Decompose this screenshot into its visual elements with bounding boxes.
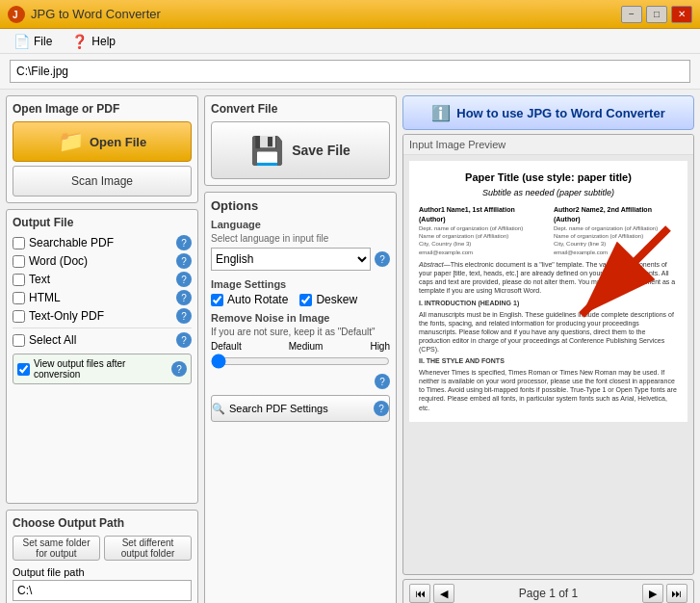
auto-rotate-label: Auto Rotate	[227, 293, 288, 306]
search-pdf-help[interactable]: ?	[374, 401, 389, 416]
paper-subtitle: Subtitle as needed (paper subtitle)	[419, 187, 678, 199]
page-nav-next-group: ▶ ⏭	[642, 584, 687, 603]
path-bar	[0, 54, 700, 90]
paper-title: Paper Title (use style: paper title)	[419, 170, 678, 185]
language-select[interactable]: English French German Spanish	[211, 248, 371, 271]
text-only-pdf-checkbox[interactable]	[13, 310, 25, 323]
prev-page-button[interactable]: ◀	[433, 584, 454, 603]
remove-noise-title: Remove Noise in Image	[211, 312, 390, 324]
select-all-help[interactable]: ?	[176, 332, 192, 348]
middle-panel: Convert File 💾 Save File Options Languag…	[204, 95, 397, 603]
deskew-label: Deskew	[316, 293, 357, 306]
text-help[interactable]: ?	[176, 272, 192, 287]
output-path-section: Choose Output Path Set same folder for o…	[6, 510, 198, 603]
menu-help[interactable]: ❓ Help	[64, 32, 123, 51]
first-page-button[interactable]: ⏮	[409, 584, 430, 603]
right-panel: ℹ️ How to use JPG to Word Converter Inpu…	[402, 95, 694, 603]
word-doc-label: Word (Doc)	[29, 254, 88, 268]
title-bar-left: J JPG to Word Converter	[8, 6, 161, 23]
language-desc: Select language in input file	[211, 233, 390, 244]
author-left: Author1 Name1, 1st Affiliation (Author) …	[419, 205, 543, 256]
noise-slider[interactable]	[211, 354, 390, 369]
left-panel: Open Image or PDF 📁 Open File Scan Image…	[6, 95, 198, 603]
next-page-button[interactable]: ▶	[642, 584, 663, 603]
text-only-pdf-row: Text-Only PDF ?	[13, 308, 192, 324]
options-title: Options	[211, 198, 390, 213]
word-doc-checkbox[interactable]	[13, 255, 25, 268]
language-title: Language	[211, 219, 390, 230]
options-section: Options Language Select language in inpu…	[204, 192, 397, 603]
scan-image-button[interactable]: Scan Image	[13, 166, 192, 197]
different-folder-button[interactable]: Set different output folder	[104, 536, 192, 561]
info-icon: ℹ️	[431, 104, 451, 122]
text-only-pdf-help[interactable]: ?	[176, 308, 192, 324]
language-row: English French German Spanish ?	[211, 248, 390, 271]
same-folder-button[interactable]: Set same folder for output	[13, 536, 100, 561]
select-all-label: Select All	[29, 333, 76, 347]
searchable-pdf-row: Searchable PDF ?	[13, 235, 192, 250]
menu-file[interactable]: 📄 File	[6, 32, 60, 51]
auto-rotate-checkbox[interactable]	[211, 294, 223, 306]
app-icon: J	[8, 6, 25, 23]
view-output-help[interactable]: ?	[171, 361, 187, 377]
close-button[interactable]: ✕	[671, 6, 692, 23]
how-to-button[interactable]: ℹ️ How to use JPG to Word Converter	[402, 95, 694, 130]
select-all-row: Select All ?	[13, 328, 192, 348]
restore-button[interactable]: □	[646, 6, 667, 23]
remove-noise-desc: If you are not sure, keep it as "Default…	[211, 327, 390, 337]
convert-title: Convert File	[211, 102, 390, 116]
output-file-section: Output File Searchable PDF ? Word (Doc) …	[6, 209, 198, 504]
text-only-pdf-label: Text-Only PDF	[29, 309, 104, 323]
convert-section: Convert File 💾 Save File	[204, 95, 397, 186]
window-controls: − □ ✕	[621, 6, 692, 23]
select-all-checkbox[interactable]	[13, 334, 25, 347]
menu-bar: 📄 File ❓ Help	[0, 29, 700, 54]
html-help[interactable]: ?	[176, 290, 192, 305]
minimize-button[interactable]: −	[621, 6, 642, 23]
language-help[interactable]: ?	[375, 251, 390, 267]
html-checkbox[interactable]	[13, 292, 25, 304]
html-row: HTML ?	[13, 290, 192, 305]
html-label: HTML	[29, 291, 61, 304]
page-info: Page 1 of 1	[519, 587, 578, 600]
open-image-title: Open Image or PDF	[13, 102, 192, 116]
search-icon: 🔍	[212, 403, 225, 415]
view-output-label: View output files after conversion	[34, 358, 168, 380]
searchable-pdf-label: Searchable PDF	[29, 236, 114, 249]
auto-rotate-row: Auto Rotate Deskew	[211, 293, 390, 306]
language-select-wrap: English French German Spanish	[211, 248, 371, 271]
open-file-button[interactable]: 📁 Open File	[13, 121, 192, 162]
output-path-label: Output file path	[13, 566, 192, 578]
image-settings-title: Image Settings	[211, 278, 390, 290]
word-doc-row: Word (Doc) ?	[13, 253, 192, 269]
preview-label: Input Image Preview	[403, 135, 693, 155]
svg-text:J: J	[13, 10, 18, 20]
author-right: Author2 Name2, 2nd Affiliation (Author) …	[554, 205, 678, 256]
noise-labels: Default Medium High	[211, 341, 390, 352]
searchable-pdf-checkbox[interactable]	[13, 237, 25, 249]
noise-help[interactable]: ?	[375, 374, 390, 389]
output-btn-row: Set same folder for output Set different…	[13, 536, 192, 561]
preview-area: Input Image Preview Paper Title (use sty…	[402, 134, 694, 575]
word-doc-help[interactable]: ?	[176, 253, 192, 269]
text-checkbox[interactable]	[13, 274, 25, 286]
page-nav-first-group: ⏮ ◀	[409, 584, 454, 603]
search-pdf-button[interactable]: 🔍 Search PDF Settings ?	[211, 395, 390, 422]
paper-body: Abstract—This electronic document is a "…	[419, 260, 678, 412]
open-image-section: Open Image or PDF 📁 Open File Scan Image	[6, 95, 198, 203]
choose-output-title: Choose Output Path	[13, 516, 192, 530]
pagination-bar: ⏮ ◀ Page 1 of 1 ▶ ⏭	[402, 579, 694, 603]
remove-noise-section: Remove Noise in Image If you are not sur…	[211, 312, 390, 389]
title-bar: J JPG to Word Converter − □ ✕	[0, 0, 700, 29]
folder-icon: 📁	[58, 129, 84, 154]
output-path-input[interactable]	[13, 580, 192, 601]
window-title: JPG to Word Converter	[31, 7, 161, 21]
text-label: Text	[29, 273, 50, 286]
deskew-checkbox[interactable]	[299, 294, 312, 306]
view-output-checkbox[interactable]	[17, 363, 30, 376]
file-path-input[interactable]	[10, 60, 690, 83]
main-content: Open Image or PDF 📁 Open File Scan Image…	[0, 90, 700, 603]
save-file-button[interactable]: 💾 Save File	[211, 121, 390, 179]
last-page-button[interactable]: ⏭	[666, 584, 687, 603]
searchable-pdf-help[interactable]: ?	[176, 235, 192, 250]
